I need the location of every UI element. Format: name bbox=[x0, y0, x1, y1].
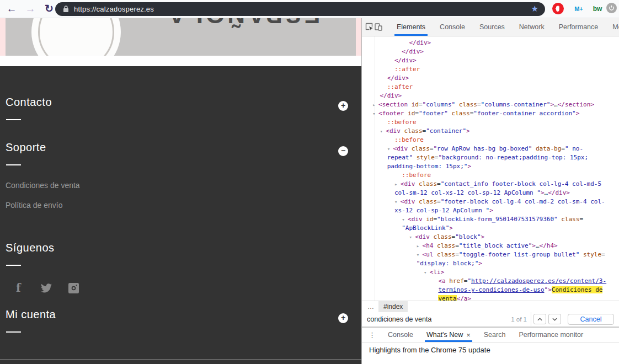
breadcrumb-ellipsis[interactable]: … bbox=[362, 303, 378, 311]
browser-toolbar: ← → ↻ https://calzadosperez.es ★ M+ bw bbox=[0, 0, 619, 18]
close-tab-icon[interactable]: × bbox=[466, 331, 471, 339]
kebab-menu-icon[interactable]: ⋮ bbox=[362, 331, 381, 339]
code-line[interactable]: </div> bbox=[365, 47, 619, 56]
code-line[interactable]: ▾ <div class="footer-block col-lg-4 col-… bbox=[365, 197, 619, 206]
footer-link-condiciones[interactable]: Condiciones de venta bbox=[6, 181, 80, 190]
collapse-minus-icon[interactable]: − bbox=[338, 146, 348, 156]
devtools-tab-elements[interactable]: Elements bbox=[396, 18, 426, 36]
code-line[interactable]: </div> bbox=[365, 74, 619, 83]
code-line[interactable]: </div> bbox=[365, 39, 619, 47]
device-toolbar-icon[interactable] bbox=[374, 20, 383, 34]
expand-plus-icon[interactable]: + bbox=[338, 101, 348, 111]
drawer-tab-search[interactable]: Search bbox=[484, 328, 506, 342]
code-line[interactable]: "ApBlockLink"> bbox=[365, 224, 619, 233]
banner-background: CALIDAD ESPAÑOLA bbox=[0, 18, 361, 56]
code-line[interactable]: repeat" style="background: no-repeat;pad… bbox=[365, 153, 619, 162]
code-line[interactable]: ▾ <div class="row ApRow has-bg bg-boxed"… bbox=[365, 144, 619, 153]
code-line[interactable]: ▾ <ul class="toggle-footer list-group bu… bbox=[365, 250, 619, 259]
heading-underline bbox=[6, 331, 21, 333]
footer-divider bbox=[0, 359, 361, 360]
reload-icon[interactable]: ↻ bbox=[42, 2, 56, 16]
drawer-tab-console[interactable]: Console bbox=[388, 328, 413, 342]
code-line[interactable]: padding-bottom: 15px;"> bbox=[365, 162, 619, 171]
url-text: https://calzadosperez.es bbox=[74, 5, 154, 13]
devtools-drawer: ⋮ ConsoleWhat's New×SearchPerformance mo… bbox=[362, 327, 619, 364]
heading-underline bbox=[6, 164, 21, 165]
code-line[interactable]: xs-12 col-sp-12 ApColumn "> bbox=[365, 206, 619, 215]
expand-plus-icon[interactable]: + bbox=[338, 313, 348, 323]
code-line[interactable]: ▾ <div id="blockLink-form_95014075315793… bbox=[365, 215, 619, 224]
footer-section-soporte[interactable]: Soporte bbox=[6, 141, 46, 154]
power-extension-icon[interactable] bbox=[606, 3, 617, 13]
next-match-button[interactable] bbox=[548, 314, 561, 324]
banner-image: CALIDAD ESPAÑOLA bbox=[6, 18, 356, 56]
quality-stamp-logo: CALIDAD bbox=[31, 18, 121, 56]
devtools-tab-network[interactable]: Network bbox=[518, 18, 546, 36]
footer-section-siguenos: Síguenos bbox=[6, 242, 55, 254]
power-icon-glyph bbox=[609, 5, 615, 11]
code-line[interactable]: ▸ <h4 class="title_block active">…</h4> bbox=[365, 242, 619, 250]
movistar-extension-icon[interactable]: M+ bbox=[573, 3, 585, 15]
inspect-element-icon[interactable] bbox=[365, 20, 374, 34]
heading-underline bbox=[6, 119, 21, 120]
code-line[interactable]: <a href="http://calzadosperez.es/es/cont… bbox=[365, 277, 619, 286]
devtools-tab-performance[interactable]: Performance bbox=[558, 18, 600, 36]
movistar-label: M+ bbox=[574, 6, 583, 12]
facebook-icon[interactable]: f bbox=[16, 281, 21, 295]
stamp-ring bbox=[38, 18, 114, 56]
adblock-extension-icon[interactable] bbox=[552, 3, 564, 14]
heading-underline bbox=[6, 265, 21, 266]
breadcrumb-selected-node[interactable]: #index bbox=[378, 301, 408, 312]
code-line[interactable]: </div> bbox=[365, 56, 619, 65]
devtools-search-bar: condiciones de venta 1 of 1 Cancel bbox=[362, 312, 619, 326]
site-footer: Contacto + Soporte − Condiciones de vent… bbox=[0, 66, 361, 364]
code-line[interactable]: ::before bbox=[365, 118, 619, 127]
code-line[interactable]: "display: block;"> bbox=[365, 259, 619, 268]
code-line[interactable]: ▾ <li> bbox=[365, 268, 619, 277]
previous-match-button[interactable] bbox=[533, 314, 546, 324]
hand-icon bbox=[555, 6, 561, 12]
footer-section-mi-cuenta[interactable]: Mi cuenta bbox=[6, 308, 56, 321]
code-line[interactable]: col-sm-12 col-xs-12 col-sp-12 ApColumn "… bbox=[365, 189, 619, 197]
banner-headline-text: ESPAÑOLA bbox=[138, 18, 348, 28]
forward-icon[interactable]: → bbox=[23, 2, 38, 16]
cancel-button[interactable]: Cancel bbox=[568, 314, 614, 325]
instagram-icon[interactable] bbox=[68, 283, 79, 296]
drawer-tab-performance-monitor[interactable]: Performance monitor bbox=[519, 328, 583, 342]
code-line[interactable]: </div> bbox=[365, 92, 619, 100]
code-line[interactable]: ▸ <div class="contact_info footer-block … bbox=[365, 180, 619, 189]
code-line[interactable]: ::before bbox=[365, 171, 619, 180]
devtools-tab-console[interactable]: Console bbox=[439, 18, 466, 36]
devtools-toolbar: ElementsConsoleSourcesNetworkPerformance… bbox=[362, 18, 619, 36]
code-line[interactable]: ::after bbox=[365, 83, 619, 92]
drawer-tab-what-s-new[interactable]: What's New× bbox=[426, 328, 471, 342]
bw-label: bw bbox=[593, 5, 602, 13]
code-line[interactable]: venta</a> bbox=[365, 295, 619, 301]
footer-section-contacto[interactable]: Contacto bbox=[6, 96, 52, 109]
back-icon[interactable]: ← bbox=[4, 2, 19, 16]
code-line[interactable]: terminos-y-condiciones-de-uso">Condicion… bbox=[365, 286, 619, 295]
devtools-tab-me[interactable]: Me bbox=[611, 18, 619, 36]
devtools-tab-sources[interactable]: Sources bbox=[478, 18, 506, 36]
drawer-tabs: ⋮ ConsoleWhat's New×SearchPerformance mo… bbox=[362, 328, 619, 342]
code-line[interactable]: ▾ <div class="container"> bbox=[365, 127, 619, 136]
webpage-viewport: CALIDAD ESPAÑOLA Contacto + Soporte − Co… bbox=[0, 18, 361, 364]
code-line[interactable]: ::after bbox=[365, 65, 619, 74]
code-line[interactable]: ▸ <section id="columns" class="columns-c… bbox=[365, 100, 619, 109]
footer-link-politica[interactable]: Política de envío bbox=[6, 201, 63, 210]
devtools-tabs: ElementsConsoleSourcesNetworkPerformance… bbox=[389, 18, 619, 36]
devtools-panel: ElementsConsoleSourcesNetworkPerformance… bbox=[361, 18, 619, 364]
whats-new-heading: Highlights from the Chrome 75 update bbox=[362, 342, 619, 354]
address-bar[interactable]: https://calzadosperez.es ★ bbox=[55, 2, 545, 16]
code-line[interactable]: ▾ <div class="block"> bbox=[365, 233, 619, 242]
dom-breadcrumb: … #index bbox=[362, 301, 619, 312]
lock-icon bbox=[63, 6, 69, 13]
bookmark-star-icon[interactable]: ★ bbox=[531, 4, 538, 14]
code-line[interactable]: ▾ <footer id="footer" class="footer-cont… bbox=[365, 109, 619, 118]
search-input[interactable]: condiciones de venta bbox=[367, 315, 511, 323]
code-line[interactable]: ::before bbox=[365, 136, 619, 144]
elements-tree[interactable]: </div> </div> </div> ::after </div> ::af… bbox=[362, 36, 619, 301]
search-divider bbox=[531, 312, 531, 326]
bw-extension-icon[interactable]: bw bbox=[591, 3, 604, 15]
twitter-icon[interactable] bbox=[41, 283, 52, 295]
